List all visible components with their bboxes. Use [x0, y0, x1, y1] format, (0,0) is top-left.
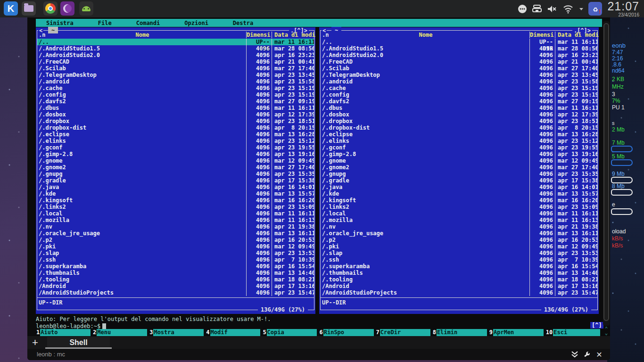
scroll-down-icon[interactable]: ⌄ — [603, 331, 610, 335]
file-row[interactable]: /.AndroidStudio1.54096mar 28 08:56 — [321, 45, 597, 52]
file-row[interactable]: /.nv4096apr 21 19:38 — [37, 223, 314, 230]
file-row[interactable]: /.java4096apr 16 14:01 — [37, 184, 314, 190]
fkey-modif[interactable]: 4Modif — [206, 329, 262, 336]
file-row[interactable]: /.ssh4096apr 7 10:39 — [37, 256, 314, 263]
file-row[interactable]: /.slap4096apr 23 13:53 — [321, 250, 597, 256]
wifi-icon[interactable] — [562, 4, 574, 14]
file-row[interactable]: /.dosbox4096apr 12 17:39 — [321, 111, 597, 118]
settings-wrench-icon[interactable] — [582, 350, 592, 359]
file-row[interactable]: /.mozilla4096mar 11 16:13 — [321, 217, 597, 223]
messages-tray-icon[interactable] — [518, 4, 527, 14]
tab-shell[interactable]: Shell — [47, 337, 110, 348]
file-row[interactable]: /.dbus4096mar 11 16:11 — [37, 105, 314, 111]
file-row[interactable]: /.AndroidStudio2.04096apr 16 23:23 — [321, 52, 597, 58]
file-row[interactable]: /.ssh4096apr 7 10:39 — [321, 256, 597, 263]
file-row[interactable]: /.davfs24096mar 27 09:19 — [321, 98, 597, 105]
file-row[interactable]: /.mozilla4096mar 11 16:13 — [37, 217, 314, 223]
file-row[interactable]: /.android4096apr 23 15:58 — [37, 78, 314, 85]
column-header-name[interactable]: Nome — [37, 32, 246, 38]
column-header-size[interactable]: Dimensi — [246, 32, 272, 38]
file-row[interactable]: /.config4096apr 23 15:19 — [321, 91, 597, 98]
column-header-name[interactable]: Nome — [321, 32, 529, 38]
file-row[interactable]: /AndroidStudioProjects4096apr 23 15:47 — [37, 289, 314, 296]
file-row[interactable]: /.local4096mar 11 16:11 — [321, 210, 597, 217]
file-row[interactable]: /.kingsoft4096mar 16 16:20 — [37, 197, 314, 204]
file-row[interactable]: /.gnome4096mar 12 09:49 — [37, 157, 314, 164]
kde-launcher-icon[interactable]: K — [4, 1, 18, 16]
menu-item-sinistra[interactable]: Sinistra — [40, 20, 80, 26]
printer-tray-icon[interactable] — [532, 4, 542, 14]
new-tab-button[interactable]: + — [32, 337, 38, 349]
file-row[interactable]: /.oracle_jre_usage4096mar 13 16:11 — [321, 230, 597, 237]
close-window-icon[interactable]: ✕ — [594, 350, 604, 359]
file-row[interactable]: /.links24096apr 23 15:09 — [321, 204, 597, 210]
file-row[interactable]: /.Scilab4096mar 27 17:40 — [37, 65, 314, 72]
file-row[interactable]: /.FreeCAD4096apr 21 00:41 — [37, 58, 314, 65]
file-row[interactable]: /.local4096mar 11 16:11 — [37, 210, 314, 217]
file-row[interactable]: /Android4096apr 17 13:16 — [321, 283, 597, 289]
file-row[interactable]: /.slap4096apr 23 13:53 — [37, 250, 314, 256]
file-row[interactable]: /.thumbnails4096mar 13 14:40 — [321, 270, 597, 276]
fkey-esci[interactable]: 10Esci — [545, 329, 602, 336]
scrollbar-thumb[interactable] — [603, 23, 609, 321]
file-row[interactable]: /.links24096apr 23 15:09 — [37, 204, 314, 210]
file-row[interactable]: /.p24096apr 16 20:53 — [321, 237, 597, 243]
file-row[interactable]: /.gimp-2.84096apr 13 19:16 — [321, 151, 597, 157]
menu-item-comandi[interactable]: Comandi — [130, 20, 167, 26]
volume-muted-icon[interactable] — [547, 5, 557, 13]
file-row[interactable]: /.gnupg4096apr 23 15:35 — [37, 171, 314, 177]
fkey-elimin[interactable]: 8Elimin — [432, 329, 489, 336]
file-row[interactable]: /.eclipse4096mar 13 16:28 — [37, 131, 314, 138]
file-row[interactable]: /.java4096apr 16 14:01 — [321, 184, 597, 190]
file-row[interactable]: /.tooling4096mar 18 08:21 — [37, 276, 314, 283]
scrollbar-buttons[interactable]: ⌃ ⌄ — [603, 327, 610, 335]
file-row[interactable]: /.pki4096mar 12 09:49 — [321, 243, 597, 250]
menu-item-destra[interactable]: Destra — [226, 20, 260, 26]
file-row[interactable]: /.elinks4096apr 23 15:12 — [321, 138, 597, 144]
file-row[interactable]: /.davfs24096mar 27 09:19 — [37, 98, 314, 105]
file-row[interactable]: /.android4096apr 23 15:58 — [321, 78, 597, 85]
android-app-icon[interactable] — [79, 1, 93, 16]
file-row[interactable]: /.config4096apr 23 15:19 — [37, 91, 314, 98]
file-row[interactable]: /.gnome4096mar 12 09:49 — [321, 157, 597, 164]
fkey-menu[interactable]: 2Menu — [92, 329, 149, 336]
file-row[interactable]: /.TelegramDesktop4096apr 23 13:45 — [321, 72, 597, 78]
purple-app-icon[interactable] — [60, 1, 74, 16]
file-row[interactable]: /.Scilab4096mar 27 17:40 — [321, 65, 597, 72]
shell-prompt-line[interactable]: leonb@leo-lapdeb:~$ — [36, 323, 106, 329]
column-header-date[interactable]: Data di modi — [555, 32, 597, 38]
file-row[interactable]: /.gconf4096apr 23 19:55 — [321, 144, 597, 151]
file-row[interactable]: /..UP--DIRmar 11 16:11 — [37, 39, 314, 45]
fkey-mostra[interactable]: 3Mostra — [149, 329, 206, 336]
file-row[interactable]: /..UP--DIRmar 11 16:11 — [321, 39, 597, 45]
file-row[interactable]: /Android4096apr 17 13:16 — [37, 283, 314, 289]
file-row[interactable]: /.cache4096apr 23 15:19 — [321, 85, 597, 91]
file-manager-icon[interactable] — [22, 1, 36, 16]
file-row[interactable]: /.AndroidStudio2.04096apr 16 23:23 — [37, 52, 314, 58]
clock-widget[interactable]: 21:07 23/4/2016 — [607, 0, 639, 17]
file-row[interactable]: /.dbus4096mar 11 16:11 — [321, 105, 597, 111]
file-row[interactable]: /.superkaramba4096apr 16 15:54 — [321, 263, 597, 270]
menu-item-opzioni[interactable]: Opzioni — [178, 20, 215, 26]
file-row[interactable]: /.TelegramDesktop4096apr 23 13:45 — [37, 72, 314, 78]
file-row[interactable]: /.gnome24096mar 27 17:40 — [321, 164, 597, 171]
file-row[interactable]: /.gradle4096apr 17 15:38 — [37, 177, 314, 184]
file-row[interactable]: /.dosbox4096apr 12 17:39 — [37, 111, 314, 118]
file-row[interactable]: /.elinks4096apr 23 15:12 — [37, 138, 314, 144]
file-row[interactable]: /.gimp-2.84096apr 13 19:16 — [37, 151, 314, 157]
file-row[interactable]: /.dropbox-dist4096apr 8 20:15 — [321, 124, 597, 131]
retract-window-icon[interactable] — [570, 350, 580, 359]
file-row[interactable]: /.dropbox4096apr 23 18:51 — [321, 118, 597, 124]
file-row[interactable]: /.kde4096mar 13 15:57 — [37, 190, 314, 197]
file-row[interactable]: /.kingsoft4096mar 16 16:20 — [321, 197, 597, 204]
file-row[interactable]: /.gradle4096apr 17 15:38 — [321, 177, 597, 184]
terminal-scrollbar[interactable] — [603, 21, 610, 326]
file-row[interactable]: /AndroidStudioProjects4096apr 23 15:47 — [321, 289, 597, 296]
fkey-credir[interactable]: 7CreDir — [376, 329, 432, 336]
file-row[interactable]: /.thumbnails4096mar 13 14:40 — [37, 270, 314, 276]
file-row[interactable]: /.gconf4096apr 23 19:55 — [37, 144, 314, 151]
file-row[interactable]: /.superkaramba4096apr 16 15:54 — [37, 263, 314, 270]
file-row[interactable]: /.dropbox-dist4096apr 8 20:15 — [37, 124, 314, 131]
fkey-copia[interactable]: 5Copia — [262, 329, 319, 336]
fkey-aiuto[interactable]: 1Aiuto — [36, 329, 92, 336]
